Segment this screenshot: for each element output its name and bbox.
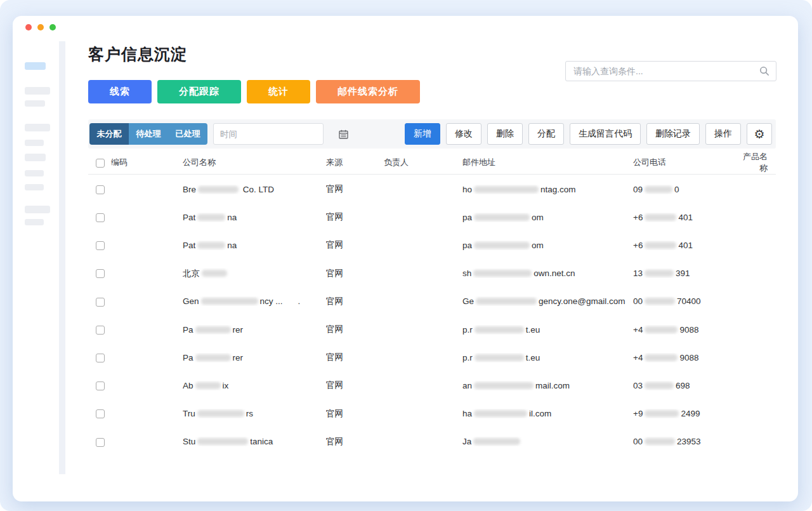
email-cell: anmail.com: [462, 381, 633, 390]
toolbar-actions: 新增修改删除分配生成留言代码删除记录操作⚙: [405, 123, 772, 145]
operate-button[interactable]: 操作: [705, 123, 741, 145]
company-cell: Bre Co. LTD: [183, 185, 326, 194]
row-checkbox[interactable]: [96, 185, 105, 194]
table-row: Bre Co. LTD官网hontag.com090: [88, 175, 776, 203]
sidebar-item[interactable]: [25, 219, 44, 225]
sidebar-item[interactable]: [25, 170, 44, 176]
sidebar-item[interactable]: [25, 87, 50, 95]
table-row: Parer官网p.rt.eu+49088: [88, 343, 776, 371]
phone-cell: +49088: [633, 325, 737, 335]
source-cell: 官网: [326, 183, 384, 195]
redacted-text: [475, 326, 524, 333]
settings-gear-icon[interactable]: ⚙: [747, 123, 772, 145]
phone-cell: 13391: [633, 269, 737, 278]
sidebar-item[interactable]: [25, 206, 50, 213]
row-checkbox[interactable]: [96, 354, 105, 362]
row-checkbox[interactable]: [96, 382, 105, 390]
redacted-text: [197, 410, 244, 417]
redacted-text: [645, 214, 676, 221]
redacted-text: [198, 186, 239, 193]
row-checkbox[interactable]: [96, 409, 105, 418]
sidebar-item[interactable]: [25, 154, 46, 161]
column-header: 负责人: [384, 157, 462, 168]
sidebar-item-active[interactable]: [25, 62, 46, 70]
row-checkbox[interactable]: [96, 298, 105, 307]
redacted-text: [645, 242, 676, 249]
redacted-text: [645, 438, 675, 445]
phone-cell: +92499: [633, 409, 737, 418]
assign-button[interactable]: 分配: [528, 123, 564, 145]
delete-records-button[interactable]: 删除记录: [646, 123, 700, 145]
checkbox-cell: [88, 269, 111, 278]
table-row: Patna官网paom+6401: [88, 231, 776, 259]
checkbox-cell: [88, 241, 111, 250]
column-header: 产品名称: [737, 151, 776, 174]
minimize-window-icon[interactable]: [37, 24, 44, 30]
sidebar-divider: [59, 41, 65, 474]
row-checkbox[interactable]: [96, 213, 105, 222]
maximize-window-icon[interactable]: [49, 24, 56, 30]
redacted-text: [202, 270, 227, 277]
tab-pending[interactable]: 待处理: [129, 123, 168, 145]
company-cell: Genncy ....: [183, 296, 326, 306]
column-header: 编码: [111, 157, 183, 168]
calendar-icon[interactable]: [339, 129, 348, 139]
phone-cell: +6401: [633, 213, 737, 222]
source-cell: 官网: [326, 268, 384, 279]
source-cell: 官网: [326, 296, 384, 307]
redacted-text: [474, 242, 530, 249]
redacted-text: [195, 382, 221, 389]
search-input[interactable]: [566, 66, 759, 76]
search-box: [565, 61, 776, 81]
sidebar-item[interactable]: [25, 140, 44, 146]
select-all-cell: [88, 157, 111, 168]
table-row: Trurs官网hail.com+92499: [88, 400, 776, 428]
checkbox-cell: [88, 184, 111, 194]
column-header: 来源: [326, 157, 384, 168]
row-checkbox[interactable]: [96, 438, 105, 447]
company-cell: Parer: [183, 353, 326, 362]
modify-button[interactable]: 修改: [446, 123, 481, 145]
select-all-checkbox[interactable]: [96, 159, 105, 168]
generate-message-code-button[interactable]: 生成留言代码: [570, 123, 641, 145]
source-cell: 官网: [326, 408, 384, 420]
source-cell: 官网: [326, 324, 384, 335]
redacted-text: [474, 382, 534, 389]
tab-processed[interactable]: 已处理: [168, 123, 207, 145]
column-header: 公司名称: [183, 157, 326, 168]
redacted-text: [473, 438, 520, 445]
nav-button-stats[interactable]: 统计: [247, 80, 310, 103]
row-checkbox[interactable]: [96, 326, 105, 335]
delete-button[interactable]: 删除: [487, 123, 523, 145]
time-input[interactable]: [214, 129, 339, 139]
row-checkbox[interactable]: [96, 241, 105, 250]
table-row: Patna官网paom+6401: [88, 203, 776, 231]
checkbox-cell: [88, 296, 111, 306]
redacted-text: [473, 270, 532, 277]
redacted-text: [645, 382, 674, 389]
redacted-text: [474, 214, 530, 221]
table-row: Stutanica官网Ja0023953: [88, 428, 776, 456]
sidebar-item[interactable]: [25, 100, 45, 107]
redacted-text: [645, 410, 679, 417]
sidebar-item[interactable]: [25, 124, 50, 131]
email-cell: paom: [462, 241, 633, 250]
row-checkbox[interactable]: [96, 269, 105, 278]
redacted-text: [645, 326, 678, 333]
nav-button-leads[interactable]: 线索: [88, 80, 152, 103]
table-row: Abix官网anmail.com03698: [88, 371, 776, 399]
close-window-icon[interactable]: [25, 24, 32, 30]
nav-button-email-lead-analysis[interactable]: 邮件线索分析: [316, 80, 420, 103]
redacted-text: [645, 354, 678, 361]
sidebar-item[interactable]: [25, 184, 44, 190]
tab-unassigned[interactable]: 未分配: [89, 123, 129, 145]
redacted-text: [197, 242, 225, 249]
column-header: 公司电话: [633, 157, 737, 168]
checkbox-cell: [88, 437, 111, 446]
email-cell: paom: [462, 213, 633, 222]
search-icon[interactable]: [759, 66, 769, 76]
checkbox-cell: [88, 381, 111, 390]
source-cell: 官网: [326, 352, 384, 363]
nav-button-assign-track[interactable]: 分配跟踪: [157, 80, 241, 103]
add-button[interactable]: 新增: [405, 123, 440, 145]
